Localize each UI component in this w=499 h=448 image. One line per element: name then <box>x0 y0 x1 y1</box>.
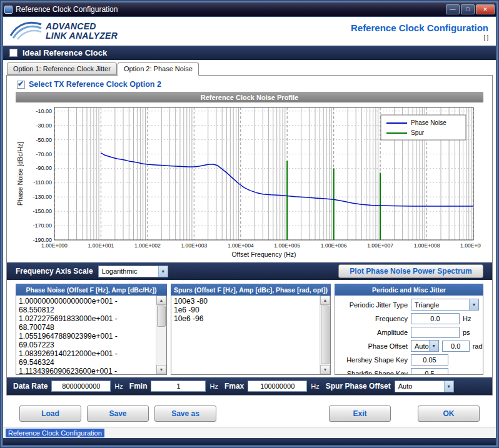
main-content: ADVANCED LINK ANALYZER Reference Clock C… <box>3 16 496 446</box>
periodic-jitter-type-row: Periodic Jitter Type Triangle ▼ <box>338 299 479 311</box>
select-tx-option-row: ✔ Select TX Reference Clock Option 2 <box>17 80 492 89</box>
rate-range-bar: Data Rate Hz Fmin Hz Fmax Hz Spur Phase … <box>7 377 492 395</box>
frequency-row: Frequency Hz <box>338 312 479 324</box>
svg-text:1.00E+004: 1.00E+004 <box>228 242 254 249</box>
amplitude-label: Amplitude <box>338 329 408 336</box>
chevron-down-icon: ▼ <box>469 299 478 310</box>
phase-offset-label: Phase Offset <box>338 342 408 350</box>
amplitude-unit: ps <box>463 329 470 336</box>
plot-phase-noise-power-spectrum-button[interactable]: Plot Phase Noise Power Spectrum <box>338 264 483 278</box>
scroll-down-icon[interactable]: ▼ <box>320 365 330 374</box>
ok-button[interactable]: OK <box>418 406 480 422</box>
amplitude-input[interactable] <box>411 327 460 338</box>
load-button[interactable]: Load <box>19 406 81 422</box>
logo-line1: ADVANCED <box>46 22 118 31</box>
fmax-unit: Hz <box>311 382 321 390</box>
select-tx-option2-checkbox[interactable]: ✔ <box>17 81 25 89</box>
exit-button[interactable]: Exit <box>329 406 391 422</box>
svg-text:-110.00: -110.00 <box>33 179 52 186</box>
sharkfin-shape-key-input[interactable] <box>411 368 448 376</box>
phase-noise-line: 1.0839269140212000e+001 - <box>19 349 154 358</box>
svg-text:Phase Noise [dBc/Hz]: Phase Noise [dBc/Hz] <box>16 142 24 206</box>
data-rate-label: Data Rate <box>13 382 48 391</box>
spurs-scrollbar[interactable]: ▲ ▼ <box>320 296 330 374</box>
save-button[interactable]: Save <box>87 406 149 422</box>
frequency-axis-scale-label: Frequency Axis Scale <box>16 267 93 276</box>
frequency-axis-scale-select[interactable]: Logarithmic ▼ <box>98 266 168 277</box>
close-button[interactable]: ✕ <box>476 4 495 14</box>
phase-noise-line: 1.1134396090623600e+001 - <box>19 367 154 375</box>
logo-text: ADVANCED LINK ANALYZER <box>46 22 118 41</box>
svg-text:-10.00: -10.00 <box>36 108 52 114</box>
svg-text:Phase Noise: Phase Noise <box>411 119 446 126</box>
frequency-axis-scale-value: Logarithmic <box>102 267 138 275</box>
periodic-jitter-type-label: Periodic Jitter Type <box>338 301 408 309</box>
svg-text:1.00E+002: 1.00E+002 <box>134 242 161 249</box>
scroll-down-icon[interactable]: ▼ <box>156 365 166 374</box>
jitter-panel-header: Periodic and Misc Jitter <box>335 284 483 296</box>
phase-offset-row: Phase Offset Auto ▼ rad <box>338 340 479 352</box>
minimize-button[interactable]: — <box>446 4 460 14</box>
phase-noise-scrollbar[interactable]: ▲ ▼ <box>156 296 166 374</box>
tab-option1-reference-clock-jitter[interactable]: Option 1: Reference Clock Jitter <box>7 62 117 75</box>
reference-clock-configuration-window: Reference Clock Configuration — □ ✕ ADVA… <box>0 0 499 448</box>
chevron-down-icon: ▼ <box>429 341 438 351</box>
frequency-unit: Hz <box>463 315 471 322</box>
header-right: Reference Clock Configuration [ ] <box>351 22 491 41</box>
amplitude-row: Amplitude ps <box>338 326 479 338</box>
frequency-input[interactable] <box>411 313 460 324</box>
phase-noise-data-box[interactable]: 1.0000000000000000e+001 - 68.550812 1.02… <box>16 296 167 375</box>
svg-text:-30.00: -30.00 <box>36 122 52 129</box>
checkmark-icon: ✔ <box>18 79 24 88</box>
status-bar: Reference Clock Configuration <box>3 427 496 438</box>
sharkfin-shape-key-row: Sharkfin Shape Key <box>338 367 479 375</box>
scrollbar-thumb[interactable] <box>321 306 330 364</box>
maximize-button[interactable]: □ <box>461 4 475 14</box>
ideal-reference-clock-label: Ideal Reference Clock <box>23 48 107 57</box>
scroll-up-icon[interactable]: ▲ <box>156 296 166 305</box>
spur-phase-offset-label: Spur Phase Offset <box>326 382 391 391</box>
page-title: Reference Clock Configuration <box>351 22 488 33</box>
data-rate-input[interactable] <box>51 381 111 392</box>
fmin-input[interactable] <box>151 381 206 392</box>
hershey-shape-key-row: Hershey Shape Key <box>338 354 479 366</box>
chevron-down-icon: ▼ <box>444 381 453 392</box>
svg-text:1.00E+000: 1.00E+000 <box>41 242 68 249</box>
phase-noise-tab-panel: ✔ Select TX Reference Clock Option 2 Ref… <box>6 75 493 396</box>
ideal-reference-clock-checkbox[interactable] <box>9 49 18 57</box>
phase-noise-line: 68.700748 <box>19 323 154 332</box>
svg-text:1.00E+009: 1.00E+009 <box>460 242 481 249</box>
svg-text:-150.00: -150.00 <box>33 208 52 214</box>
app-header: ADVANCED LINK ANALYZER Reference Clock C… <box>3 17 496 46</box>
phase-offset-unit: rad <box>473 342 483 350</box>
phase-offset-mode-value: Auto <box>415 342 429 350</box>
phase-noise-line: 69.546324 <box>19 358 154 367</box>
periodic-misc-jitter-panel: Periodic and Misc Jitter Periodic Jitter… <box>335 284 483 375</box>
svg-text:-90.00: -90.00 <box>36 165 52 171</box>
fmax-input[interactable] <box>248 381 307 392</box>
svg-text:-50.00: -50.00 <box>36 137 52 143</box>
periodic-jitter-type-select[interactable]: Triangle ▼ <box>411 299 479 311</box>
scroll-up-icon[interactable]: ▲ <box>320 296 330 305</box>
svg-text:1.00E+005: 1.00E+005 <box>274 242 300 249</box>
logo-line2: LINK ANALYZER <box>46 31 118 41</box>
action-buttons-row: Load Save Save as Exit OK <box>3 398 496 427</box>
fmin-label: Fmin <box>129 382 148 391</box>
svg-text:Offset Frequency (Hz): Offset Frequency (Hz) <box>231 251 296 258</box>
svg-text:1.00E+006: 1.00E+006 <box>321 242 347 249</box>
spurs-data-box[interactable]: 100e3 -80 1e6 -90 10e6 -96 ▲ ▼ <box>171 296 331 375</box>
spur-line: 1e6 -90 <box>174 306 318 314</box>
tab-option2-phase-noise[interactable]: Option 2: Phase Noise <box>118 62 199 76</box>
save-as-button[interactable]: Save as <box>154 406 216 422</box>
scrollbar-thumb[interactable] <box>157 306 166 327</box>
phase-offset-mode-select[interactable]: Auto ▼ <box>411 340 439 352</box>
hershey-shape-key-input[interactable] <box>411 354 448 366</box>
svg-text:-130.00: -130.00 <box>33 194 52 200</box>
window-title: Reference Clock Configuration <box>16 5 118 14</box>
bottom-accent-strip <box>3 438 496 445</box>
window-controls: — □ ✕ <box>446 4 495 14</box>
jitter-panel-body: Periodic Jitter Type Triangle ▼ Frequenc… <box>335 296 483 375</box>
spurs-panel-header: Spurs (Offset F [Hz], Amp [dBc], Phase [… <box>171 284 331 296</box>
spur-phase-offset-select[interactable]: Auto ▼ <box>395 381 454 392</box>
phase-offset-input[interactable] <box>442 341 470 352</box>
